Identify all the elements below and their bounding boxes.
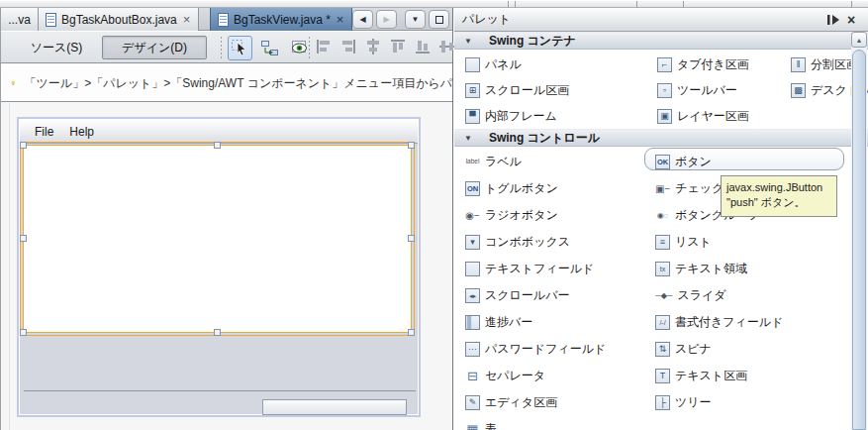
palette-item-tool-bar[interactable]: ▫ ツールバー (654, 77, 788, 103)
netbeans-ide-window: ...va BgTaskAboutBox.java × BgTaskView.j… (0, 0, 868, 430)
palette-item-panel[interactable]: パネル (462, 52, 654, 77)
palette-item-internal-frame[interactable]: ▀ 内部フレーム (462, 103, 654, 129)
scroll-pane-icon: ⊞ (465, 83, 480, 98)
palette-minimize-button[interactable] (824, 11, 842, 29)
document-icon (218, 13, 229, 27)
palette-item-radio-button[interactable]: ◉− ラジオボタン (462, 202, 652, 229)
selection-handle[interactable] (214, 329, 221, 336)
palette-item-label: トグルボタン (485, 180, 558, 197)
center-horizontal-icon[interactable] (363, 37, 383, 56)
palette-scrollbar[interactable]: ▲ (851, 32, 867, 430)
section-title: Swing コンテナ (489, 33, 576, 50)
align-top-icon[interactable] (388, 37, 408, 56)
top-strip (0, 0, 868, 8)
palette-item-text-pane[interactable]: T テキスト区画 (652, 363, 850, 389)
menu-item[interactable]: File (35, 125, 53, 139)
palette-item-password-field[interactable]: ··· パスワードフィールド (462, 336, 652, 363)
arrow-left-icon: ◀ (359, 15, 365, 24)
palette-item-label: ボタン (675, 154, 712, 170)
selection-handle[interactable] (20, 235, 27, 242)
palette-item-progress-bar[interactable]: ▌ 進捗バー (462, 309, 652, 336)
tab-close-icon[interactable]: × (336, 13, 345, 26)
check-box-icon: ▣− (655, 181, 670, 196)
maximize-window-button[interactable] (429, 10, 449, 29)
palette-item-label: スクロールバー (485, 287, 569, 304)
tab-bgtaskaboutbox[interactable]: BgTaskAboutBox.java × (39, 8, 199, 31)
palette-item-table[interactable]: ▦ 表 (462, 416, 652, 430)
form-designer[interactable]: FileHelp (17, 117, 421, 417)
selection-handle[interactable] (20, 142, 27, 149)
palette-item-spinner[interactable]: ⇅ スピナ (652, 336, 850, 363)
selection-mode-button[interactable] (228, 36, 252, 60)
radio-button-icon: ◉− (465, 208, 480, 223)
palette-item-label: テキストフィールド (485, 261, 594, 277)
scroll-tabs-right-button[interactable]: ▶ (376, 10, 397, 29)
palette-item-label: テキスト領域 (675, 261, 747, 277)
strip-divider (515, 1, 516, 8)
editor-pane: ...va BgTaskAboutBox.java × BgTaskView.j… (0, 8, 453, 430)
section-header-swing-containers[interactable]: ▼ Swing コンテナ (454, 32, 868, 50)
tab-close-icon[interactable]: × (182, 13, 192, 26)
connection-mode-button[interactable] (257, 36, 282, 60)
palette-item-text-area[interactable]: tx テキスト領域 (652, 256, 850, 282)
split-pane-icon: ‖ (791, 57, 806, 72)
scrollbar-up-button[interactable]: ▲ (851, 32, 867, 48)
hint-text: 「ツール」>「パレット」>「Swing/AWT コンポーネント」メニュー項目から… (25, 75, 452, 92)
scroll-tabs-left-button[interactable]: ◀ (352, 10, 373, 29)
palette-item-formatted-field[interactable]: /-/ 書式付きフィールド (652, 309, 850, 336)
align-bottom-icon[interactable] (413, 37, 433, 56)
palette-item-combo-box[interactable]: ▾ コンボボックス (462, 229, 652, 256)
palette-item-tree[interactable]: ├ ツリー (652, 389, 850, 416)
palette-item-label: タブ付き区画 (677, 56, 749, 73)
design-canvas[interactable]: FileHelp (1, 103, 452, 430)
selected-panel[interactable] (23, 145, 412, 333)
selection-handle[interactable] (408, 329, 415, 336)
palette-item-toggle-button[interactable]: ON トグルボタン (462, 175, 652, 202)
palette-item-layered-pane[interactable]: ▣ レイヤー区画 (654, 103, 788, 129)
tabbed-pane-icon: ⌐ (657, 57, 672, 72)
section-header-swing-controls[interactable]: ▼ Swing コントロール (454, 129, 868, 147)
palette-item-tabbed-pane[interactable]: ⌐ タブ付き区画 (654, 52, 788, 77)
align-left-icon[interactable] (314, 37, 334, 56)
tab-partial[interactable]: ...va (1, 8, 39, 31)
tab-list-dropdown-button[interactable]: ▼ (405, 10, 426, 29)
palette-item-scroll-bar[interactable]: ◂▸ スクロールバー (462, 282, 652, 309)
palette-item-list[interactable]: ≡ リスト (652, 229, 850, 256)
palette-item-button[interactable]: OK ボタン (652, 149, 850, 175)
palette-item-slider[interactable]: ─◆─ スライダ (652, 282, 850, 309)
design-view-button[interactable]: デザイン(D) (102, 36, 207, 59)
palette-item-label: 書式付きフィールド (675, 314, 783, 331)
palette-item-label: レイヤー区画 (677, 108, 749, 125)
palette-item-label: ツールバー (677, 82, 737, 99)
palette-item-separator[interactable]: ⊟ セパレータ (462, 363, 652, 389)
canvas-edge-line (9, 103, 10, 430)
selection-handle[interactable] (214, 142, 221, 149)
tab-label: BgTaskAboutBox.java (61, 13, 177, 27)
password-field-icon: ··· (465, 342, 480, 357)
strip-divider (683, 1, 684, 8)
tab-label: ...va (8, 13, 31, 27)
scrollbar-thumb[interactable] (852, 50, 866, 430)
strip-divider (851, 1, 852, 8)
selection-handle[interactable] (408, 142, 415, 149)
align-right-icon[interactable] (338, 37, 358, 56)
tab-bgtaskview[interactable]: BgTaskView.java * × (210, 8, 352, 31)
palette-item-label: パネル (485, 56, 522, 73)
close-icon: × (847, 13, 855, 27)
palette-item-label[interactable]: label ラベル (462, 149, 652, 175)
source-view-button[interactable]: ソース(S) (13, 36, 100, 59)
scroll-bar-icon: ◂▸ (465, 288, 480, 303)
selection-handle[interactable] (20, 329, 27, 336)
selection-handle[interactable] (408, 235, 415, 242)
tooltip-description: "push" ボタン。 (726, 195, 831, 210)
progress-bar[interactable] (262, 399, 407, 415)
menu-item[interactable]: Help (69, 125, 94, 139)
tab-label: BgTaskView.java * (234, 13, 331, 27)
center-vertical-icon[interactable] (437, 37, 454, 56)
button-group-icon: ◉◌ (655, 208, 670, 223)
palette-close-button[interactable]: × (842, 11, 860, 29)
palette-item-text-field[interactable]: テキストフィールド (462, 256, 652, 282)
text-area-icon: tx (655, 262, 670, 276)
palette-item-editor-pane[interactable]: ✎ エディタ区画 (462, 389, 652, 416)
palette-item-scroll-pane[interactable]: ⊞ スクロール区画 (462, 77, 654, 103)
